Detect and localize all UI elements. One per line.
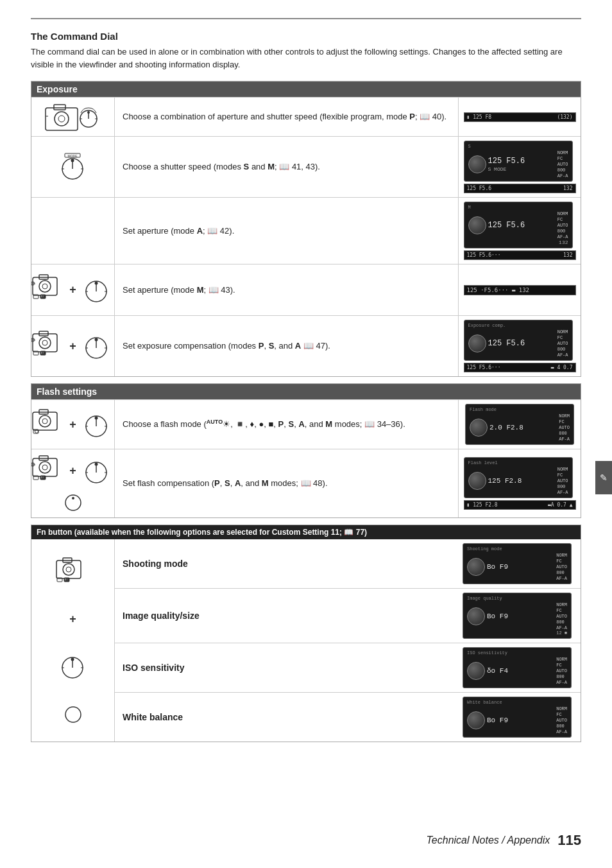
- svg-point-11: [71, 159, 74, 162]
- num-3: 132: [563, 252, 572, 258]
- fn-info-screen-4: White balance Bo F9 NORM FC AUTO: [463, 697, 572, 738]
- fn-circle-icon: [64, 706, 82, 725]
- fn-dial-2: [467, 607, 485, 625]
- cell-desc-1: Choose a combination of aperture and shu…: [115, 98, 459, 136]
- fn-nums-2: Bo F9: [487, 612, 508, 620]
- circle-dial-5: [468, 334, 486, 352]
- plus-sign-4: +: [69, 283, 76, 297]
- svg-text:ON: ON: [32, 339, 36, 342]
- icons-row-f2: ON D I +: [31, 453, 114, 489]
- fn-screen-4: White balance Bo F9 NORM FC AUTO: [459, 693, 581, 742]
- fn-val-2: Bo F9: [487, 612, 508, 620]
- screen-vals-5: 125 F5.6 NORM FC AUTO 800 AF-A: [468, 329, 568, 358]
- fn-dial-1: [467, 558, 485, 576]
- fn-rows-col: Shooting mode Shooting mode Bo F9: [115, 539, 581, 742]
- page: The Command Dial The command dial can be…: [0, 0, 612, 868]
- section-title: The Command Dial: [31, 31, 581, 42]
- screen-col-3: M 125 F5.6 NORM FC AUTO 800 AF-: [464, 202, 576, 260]
- fn-screen-vals-2: Bo F9 NORM FC AUTO 800 AF-A: [467, 602, 567, 630]
- cell-icons-f2: ON D I +: [31, 449, 115, 517]
- cell-desc-4: Set aperture (mode M; 📖 43).: [115, 265, 459, 315]
- page-number: 115: [557, 832, 581, 849]
- sub-val: S MODE: [488, 166, 525, 172]
- vf-f2: ▮ 125 F2.8: [467, 502, 498, 508]
- vf-bar-3: 125 F5.6··· 132: [464, 250, 576, 260]
- fn-right-1: NORM FC AUTO 800 AF-A: [556, 553, 567, 581]
- table-row: Set aperture (mode A; 📖 42). M 125 F5.6 …: [31, 197, 581, 264]
- iso-3: 800: [557, 229, 568, 234]
- right-col-2: NORM FC AUTO 800 AF-A: [557, 150, 568, 178]
- icons-row-4: ON D I +: [31, 272, 114, 308]
- svg-point-3: [58, 116, 65, 122]
- desc-text-4: Set aperture (mode M; 📖 43).: [123, 284, 235, 297]
- table-row: MODE Choose a shutter speed (modes S and…: [31, 136, 581, 197]
- fn-screen-vals-4: Bo F9 NORM FC AUTO 800 AF-A: [467, 706, 567, 734]
- fn-screen-vals-3: δo F4 NORM FC AUTO 800 AF-A: [467, 657, 567, 685]
- camera-flash-icon: [31, 407, 67, 442]
- right-col-3: NORM FC AUTO 800 AF-A: [557, 211, 568, 239]
- screen-vals-f1: 2.0 F2.8 NORM FC AUTO 800 AF-A: [470, 413, 570, 442]
- fc-label: FC: [557, 156, 568, 161]
- desc-text-1: Choose a combination of aperture and shu…: [123, 110, 446, 123]
- cell-screen-f2: Flash level 125 F2.8 NORM FC AUTO 800: [459, 449, 581, 517]
- circle-dial-f1: [470, 419, 488, 437]
- vf-num: (132): [557, 114, 572, 120]
- fn-val-3: δo F4: [487, 667, 508, 675]
- norm-label: NORM: [557, 150, 568, 155]
- svg-point-41: [94, 338, 98, 341]
- fc-f2: FC: [557, 473, 568, 478]
- screen-vals-3: 125 F5.6 NORM FC AUTO 800 AF-A: [468, 211, 568, 239]
- top-border: [31, 18, 581, 19]
- vf-3: 125 F5.6···: [467, 252, 501, 258]
- cell-screen-5: Exposure comp. 125 F5.6 NORM FC AUTO 800: [459, 316, 581, 376]
- afa-label: AF-A: [557, 173, 568, 178]
- circle-dial-f2: [468, 472, 486, 490]
- fn-val-1: Bo F9: [487, 563, 508, 571]
- svg-point-27: [94, 282, 98, 285]
- comp-val: ▬ 4 0.7: [551, 365, 573, 370]
- info-nums-2: 125 F5.6 S MODE: [488, 157, 525, 172]
- norm-3: NORM: [557, 211, 568, 216]
- val-3: 125 F5.6: [488, 221, 525, 230]
- info-screen-f1: Flash mode 2.0 F2.8 NORM FC AUTO 800: [465, 404, 574, 445]
- right-col-f1: NORM FC AUTO 800 AF-A: [559, 413, 570, 442]
- fn-auto-1: AUTO: [556, 564, 567, 569]
- svg-point-74: [63, 564, 74, 575]
- cell-screen-2: S 125 F5.6 S MODE NORM FC AUTO: [459, 137, 581, 197]
- fn-desc-4: White balance: [115, 707, 459, 727]
- cell-icons-1: [31, 98, 115, 136]
- flash-header: Flash settings: [31, 384, 581, 399]
- fn-nums-4: Bo F9: [487, 716, 508, 724]
- info-nums-f1: 2.0 F2.8: [489, 424, 523, 431]
- cell-icons-f1: +: [31, 400, 115, 449]
- fn-screen-label-2: Image quality: [467, 596, 567, 601]
- svg-point-48: [42, 419, 47, 424]
- svg-point-2: [55, 112, 69, 126]
- svg-point-75: [66, 567, 71, 572]
- circle-dial-3: [468, 216, 486, 234]
- fn-right-4: NORM FC AUTO 800 AF-A: [556, 706, 567, 734]
- fn-iso-3: 800: [556, 674, 567, 679]
- svg-point-34: [42, 340, 47, 345]
- vf-5: 125 F5.6···: [467, 365, 501, 370]
- plus-sign-5: +: [69, 340, 76, 353]
- svg-point-71: [72, 497, 74, 499]
- cell-icons-4: ON D I +: [31, 265, 115, 315]
- fn-circle-svg: [64, 706, 82, 724]
- fn-sub-2: 12 ■: [467, 630, 567, 636]
- fn-dial-3: [467, 662, 485, 680]
- fn-desc-2: Image quality/size: [115, 605, 459, 626]
- circle-dial-2: [468, 155, 486, 173]
- dial-icon-f1: [79, 407, 114, 442]
- fn-norm-2: NORM: [556, 602, 567, 607]
- svg-point-19: [39, 281, 51, 292]
- table-row: Choose a combination of aperture and shu…: [31, 97, 581, 136]
- camera-body-icon-f2: ON D I: [31, 453, 67, 489]
- dial-icon-4: [79, 272, 114, 308]
- plus-sign-f1: +: [69, 418, 76, 431]
- vf-bar-1: ▮ 125 F8 (132): [464, 112, 576, 122]
- info-nums-5: 125 F5.6: [488, 339, 525, 348]
- fc-f1: FC: [559, 419, 570, 424]
- screen-title-2: S: [468, 144, 568, 149]
- screen-title-f1: Flash mode: [470, 407, 570, 412]
